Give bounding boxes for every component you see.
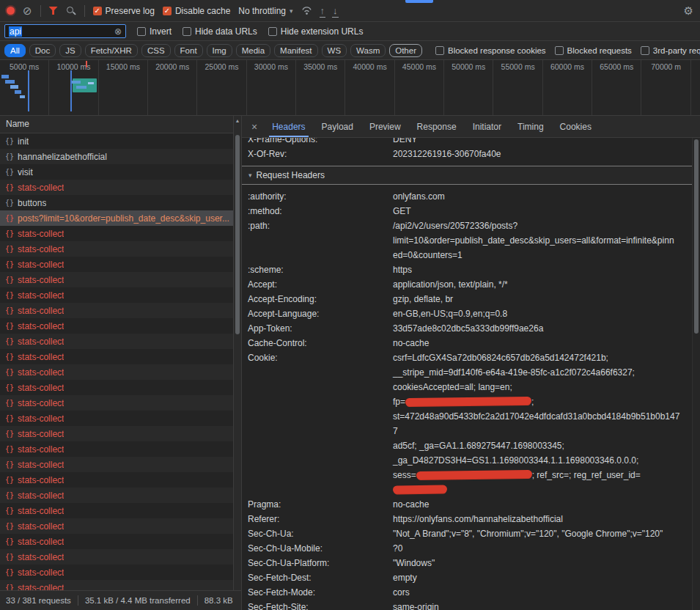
request-row[interactable]: {}stats-collect: [0, 180, 241, 195]
request-name: stats-collect: [18, 537, 64, 547]
request-row[interactable]: {}stats-collect: [0, 380, 241, 395]
request-row[interactable]: {}stats-collect: [0, 565, 241, 580]
timeline-column: 70000 m: [641, 60, 690, 115]
type-filter-manifest[interactable]: Manifest: [274, 44, 317, 57]
request-row[interactable]: {}stats-collect: [0, 534, 241, 549]
request-type-icon: {}: [5, 383, 14, 392]
scrollbar-thumb[interactable]: [235, 135, 240, 334]
details-tab-strip: HeadersPayloadPreviewResponseInitiatorTi…: [264, 116, 600, 137]
timeline-column: 45000 ms: [395, 60, 444, 115]
search-button[interactable]: [66, 6, 76, 16]
request-row[interactable]: {}stats-collect: [0, 272, 241, 287]
header-value-line: csrf=LdfcGX4Sa72db06824c657db26a5d142472…: [393, 350, 684, 365]
details-scrollbar[interactable]: [692, 138, 700, 610]
request-headers-section-header[interactable]: ▾ Request Headers: [242, 166, 700, 185]
hide-extension-urls-checkbox[interactable]: Hide extension URLs: [268, 26, 364, 37]
type-filter-css[interactable]: CSS: [141, 44, 171, 57]
waterfall-bar: [15, 90, 21, 94]
request-row[interactable]: {}stats-collect: [0, 334, 241, 349]
invert-checkbox[interactable]: Invert: [137, 26, 172, 37]
request-name: stats-collect: [18, 306, 64, 316]
type-filter-ws[interactable]: WS: [322, 44, 347, 57]
request-name: hannahelizabethofficial: [18, 152, 107, 162]
transferred-size: 35.1 kB / 4.4 MB transferred: [85, 596, 191, 605]
request-row[interactable]: {}stats-collect: [0, 472, 241, 488]
type-filter-wasm[interactable]: Wasm: [350, 44, 386, 57]
clear-button[interactable]: ⊘: [23, 5, 32, 16]
header-value-line: fp=;: [393, 394, 684, 409]
request-row[interactable]: {}stats-collect: [0, 257, 241, 272]
details-tabs: × HeadersPayloadPreviewResponseInitiator…: [242, 116, 700, 138]
request-row[interactable]: {}posts?limit=10&order=publish_date_desc…: [0, 210, 241, 226]
type-filter-doc[interactable]: Doc: [29, 44, 56, 57]
type-filter-font[interactable]: Font: [174, 44, 203, 57]
request-row[interactable]: {}init: [0, 133, 241, 149]
request-row[interactable]: {}stats-collect: [0, 503, 241, 518]
request-row[interactable]: {}stats-collect: [0, 411, 241, 426]
tab-initiator[interactable]: Initiator: [465, 116, 509, 137]
request-row[interactable]: {}stats-collect: [0, 549, 241, 565]
request-row[interactable]: {}stats-collect: [0, 287, 241, 303]
throttling-select[interactable]: No throttling ▾: [238, 6, 292, 16]
filter-toggle-button[interactable]: [49, 7, 58, 15]
request-row[interactable]: {}hannahelizabethofficial: [0, 149, 241, 164]
network-conditions-button[interactable]: [301, 6, 312, 15]
status-divider: [197, 595, 198, 606]
tab-payload[interactable]: Payload: [314, 116, 361, 137]
request-row[interactable]: {}stats-collect: [0, 364, 241, 380]
timeline-column: 65000 ms: [592, 60, 641, 115]
hide-data-urls-checkbox[interactable]: Hide data URLs: [183, 26, 257, 37]
request-row[interactable]: {}stats-collect: [0, 318, 241, 334]
request-list-scrollbar[interactable]: ▲: [233, 116, 241, 590]
section-title: Request Headers: [257, 168, 325, 183]
network-filter-input[interactable]: api ⊗: [4, 24, 126, 38]
filter-checkbox-3rd-party-requests[interactable]: 3rd-party requests: [641, 46, 700, 55]
har-export-button[interactable]: ↓: [333, 6, 338, 15]
request-row[interactable]: {}buttons: [0, 195, 241, 210]
request-row[interactable]: {}stats-collect: [0, 426, 241, 441]
scroll-up-arrow[interactable]: ▲: [234, 116, 241, 125]
type-filter-media[interactable]: Media: [236, 44, 270, 57]
header-value: DENY: [393, 138, 684, 147]
request-row[interactable]: {}stats-collect: [0, 488, 241, 503]
type-filter-other[interactable]: Other: [389, 44, 422, 57]
scrollbar-thumb[interactable]: [694, 139, 699, 334]
request-row[interactable]: {}visit: [0, 164, 241, 180]
tab-response[interactable]: Response: [409, 116, 465, 137]
filter-checkbox-blocked-requests[interactable]: Blocked requests: [555, 46, 632, 55]
settings-button[interactable]: ⚙: [684, 5, 693, 16]
header-value: GET: [393, 204, 684, 218]
request-row[interactable]: {}stats-collect: [0, 441, 241, 457]
request-row[interactable]: {}stats-collect: [0, 349, 241, 364]
close-details-button[interactable]: ×: [245, 121, 264, 133]
tab-preview[interactable]: Preview: [361, 116, 409, 137]
preserve-log-checkbox[interactable]: ✓ Preserve log: [93, 6, 155, 16]
request-row[interactable]: {}stats-collect: [0, 226, 241, 241]
record-button[interactable]: [7, 7, 15, 15]
request-row[interactable]: {}stats-collect: [0, 518, 241, 534]
type-filter-all[interactable]: All: [4, 44, 26, 57]
timeline-tick-label: 65000 ms: [600, 62, 633, 71]
name-column-header[interactable]: Name: [0, 116, 241, 133]
har-import-button[interactable]: ↑: [320, 6, 325, 15]
tab-timing[interactable]: Timing: [509, 116, 552, 137]
network-overview-timeline[interactable]: 5000 ms10000 ms15000 ms20000 ms25000 ms3…: [0, 60, 700, 116]
header-value-text: fp=: [393, 397, 405, 407]
type-filter-fetchxhr[interactable]: Fetch/XHR: [85, 44, 138, 57]
request-row[interactable]: {}stats-collect: [0, 303, 241, 318]
clear-filter-icon[interactable]: ⊗: [114, 27, 122, 36]
request-headers-rows: :authority:onlyfans.com:method:GET:path:…: [248, 189, 684, 610]
tab-headers[interactable]: Headers: [264, 116, 313, 137]
request-row[interactable]: {}stats-collect: [0, 580, 241, 590]
request-row[interactable]: {}stats-collect: [0, 241, 241, 257]
type-filter-img[interactable]: Img: [207, 44, 232, 57]
request-row[interactable]: {}stats-collect: [0, 395, 241, 411]
filter-checkbox-blocked-response-cookies[interactable]: Blocked response cookies: [435, 46, 546, 55]
type-filter-js[interactable]: JS: [59, 44, 81, 57]
waterfall-bar: [1, 75, 9, 78]
tab-cookies[interactable]: Cookies: [552, 116, 600, 137]
request-row[interactable]: {}stats-collect: [0, 457, 241, 472]
header-name: Accept-Language:: [248, 306, 393, 321]
disable-cache-checkbox[interactable]: ✓ Disable cache: [163, 6, 230, 16]
request-name: stats-collect: [18, 506, 64, 516]
